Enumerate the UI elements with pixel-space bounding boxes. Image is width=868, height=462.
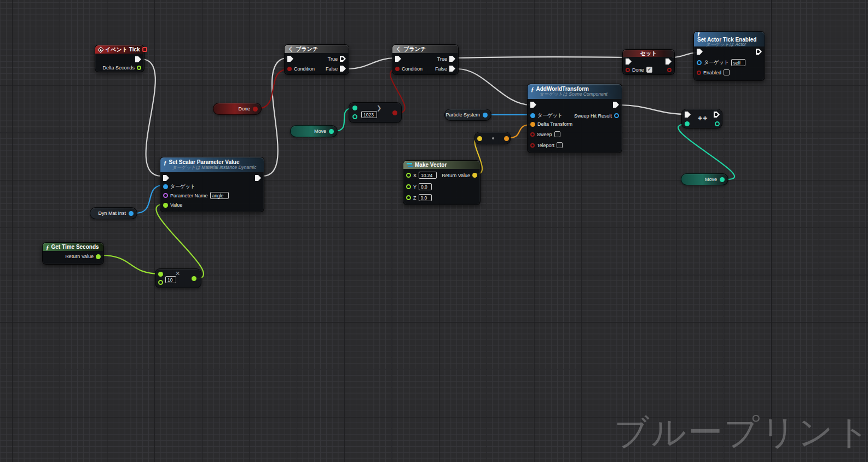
- z-field[interactable]: [419, 194, 432, 201]
- target-pin[interactable]: [697, 60, 702, 65]
- greater-a-pin[interactable]: [352, 106, 357, 110]
- pin-label: Teleport: [537, 143, 554, 148]
- multiply-b-pin[interactable]: [158, 280, 163, 285]
- enabled-checkbox[interactable]: [724, 69, 730, 75]
- greater-b-field[interactable]: [361, 111, 377, 118]
- y-pin[interactable]: [406, 184, 411, 189]
- particle-system-value-pin[interactable]: [483, 113, 488, 118]
- node-make-vector[interactable]: Make Vector X Return Value Y Z: [403, 160, 481, 205]
- event-icon: [97, 46, 103, 52]
- value-pin[interactable]: [163, 203, 168, 208]
- exec-in-pin[interactable]: [287, 56, 293, 62]
- teleport-pin[interactable]: [530, 143, 535, 148]
- increment-out-pin[interactable]: [715, 121, 720, 126]
- parameter-name-field[interactable]: [210, 192, 229, 199]
- exec-in-pin[interactable]: [697, 49, 703, 55]
- node-branch-2[interactable]: く ブランチ True Condition False: [392, 44, 459, 75]
- exec-in-pin[interactable]: [626, 59, 632, 65]
- y-field[interactable]: [419, 183, 432, 190]
- multiply-a-pin[interactable]: [158, 272, 163, 277]
- target-field[interactable]: [731, 59, 745, 66]
- sweep-hit-result-pin[interactable]: [614, 113, 619, 118]
- done-checkbox[interactable]: [646, 67, 652, 73]
- node-increment-int[interactable]: ++: [681, 109, 722, 128]
- greater-b-pin[interactable]: [352, 114, 357, 119]
- multiply-b-field[interactable]: [165, 276, 176, 283]
- true-exec-pin[interactable]: [340, 56, 346, 62]
- node-set-done[interactable]: セット Done: [622, 49, 675, 75]
- target-pin[interactable]: [163, 184, 168, 189]
- conv-in-pin[interactable]: [477, 136, 482, 141]
- exec-in-pin[interactable]: [395, 56, 401, 62]
- move-value-pin[interactable]: [720, 177, 725, 182]
- node-event-tick[interactable]: イベント Tick Delta Seconds: [95, 45, 144, 72]
- variable-get-move-1[interactable]: Move: [290, 125, 338, 137]
- variable-get-done[interactable]: Done: [213, 103, 262, 115]
- blueprint-graph-canvas[interactable]: イベント Tick Delta Seconds く ブランチ True Cond…: [0, 0, 868, 462]
- wire-float-multiply-to-value[interactable]: [156, 204, 204, 279]
- move-value-pin[interactable]: [329, 129, 334, 134]
- enabled-pin[interactable]: [697, 71, 701, 75]
- greater-result-pin[interactable]: [392, 110, 397, 115]
- true-exec-pin[interactable]: [449, 56, 455, 62]
- exec-out-pin[interactable]: [135, 56, 141, 62]
- wire-exec-branch2true-to-set[interactable]: [458, 57, 627, 58]
- dyn-mat-inst-value-pin[interactable]: [129, 211, 134, 216]
- false-exec-pin[interactable]: [340, 66, 346, 72]
- target-pin[interactable]: [530, 113, 535, 118]
- conv-out-pin[interactable]: [504, 136, 509, 141]
- exec-out-pin[interactable]: [714, 112, 720, 118]
- variable-get-move-2[interactable]: Move: [681, 173, 728, 185]
- delta-seconds-pin[interactable]: [137, 66, 141, 70]
- return-value-pin[interactable]: [96, 254, 101, 259]
- variable-get-dyn-mat-inst[interactable]: Dyn Mat Inst: [90, 207, 137, 219]
- node-add-world-transform[interactable]: ƒ AddWorldTransform ターゲットは Scene Compone…: [527, 84, 622, 153]
- exec-out-pin[interactable]: [255, 175, 261, 181]
- node-multiply[interactable]: ✕: [155, 268, 201, 288]
- delegate-pin[interactable]: [142, 47, 147, 52]
- increment-in-pin[interactable]: [685, 121, 690, 126]
- wire-float-gettime-to-multiply[interactable]: [101, 255, 161, 274]
- wire-int-move-to-increment[interactable]: [678, 124, 734, 179]
- done-out-pin[interactable]: [667, 68, 672, 72]
- variable-get-particle-system[interactable]: Particle System: [444, 109, 491, 121]
- condition-pin[interactable]: [395, 67, 400, 71]
- exec-out-pin[interactable]: [756, 49, 762, 55]
- condition-pin[interactable]: [287, 67, 292, 71]
- teleport-checkbox[interactable]: [557, 142, 563, 148]
- done-in-pin[interactable]: [626, 68, 630, 72]
- node-vector-to-transform-conversion[interactable]: [474, 132, 511, 144]
- x-pin[interactable]: [406, 173, 411, 178]
- pill-label: Done: [238, 106, 250, 112]
- node-header: Make Vector: [403, 161, 480, 169]
- done-value-pin[interactable]: [253, 107, 258, 112]
- conversion-dot-icon: [492, 137, 494, 139]
- return-value-pin[interactable]: [472, 173, 477, 178]
- exec-out-pin[interactable]: [613, 102, 619, 108]
- pin-label: ターゲット: [704, 59, 729, 66]
- pin-label: Return Value: [442, 173, 470, 178]
- sweep-checkbox[interactable]: [554, 131, 560, 137]
- exec-out-pin[interactable]: [666, 59, 672, 65]
- node-get-time-seconds[interactable]: ƒ Get Time Seconds Return Value: [42, 242, 104, 265]
- wire-exec-setscalar-to-branch1[interactable]: [263, 58, 288, 176]
- wire-exec-tick-to-setscalar[interactable]: [142, 59, 161, 176]
- z-pin[interactable]: [406, 195, 411, 200]
- node-branch-1[interactable]: く ブランチ True Condition False: [284, 44, 349, 75]
- x-field[interactable]: [419, 172, 437, 179]
- parameter-name-pin[interactable]: [163, 193, 168, 198]
- node-greater-than[interactable]: ❯: [349, 102, 402, 123]
- wire-exec-awt-to-increment[interactable]: [620, 105, 687, 114]
- sweep-pin[interactable]: [530, 132, 535, 137]
- node-header: ƒ Set Scalar Parameter Value ターゲットは Mate…: [160, 157, 264, 172]
- multiply-result-pin[interactable]: [192, 276, 196, 281]
- wire-exec-branch2false-to-awt[interactable]: [458, 69, 531, 105]
- node-set-scalar-parameter-value[interactable]: ƒ Set Scalar Parameter Value ターゲットは Mate…: [160, 157, 264, 212]
- delta-transform-pin[interactable]: [530, 122, 535, 127]
- exec-in-pin[interactable]: [163, 175, 169, 181]
- wire-exec-branch1false-to-branch2[interactable]: [348, 58, 395, 69]
- exec-in-pin[interactable]: [685, 112, 691, 118]
- exec-in-pin[interactable]: [530, 102, 536, 108]
- node-set-actor-tick-enabled[interactable]: ƒ Set Actor Tick Enabled ターゲットは Actor ター…: [693, 31, 765, 81]
- false-exec-pin[interactable]: [449, 66, 455, 72]
